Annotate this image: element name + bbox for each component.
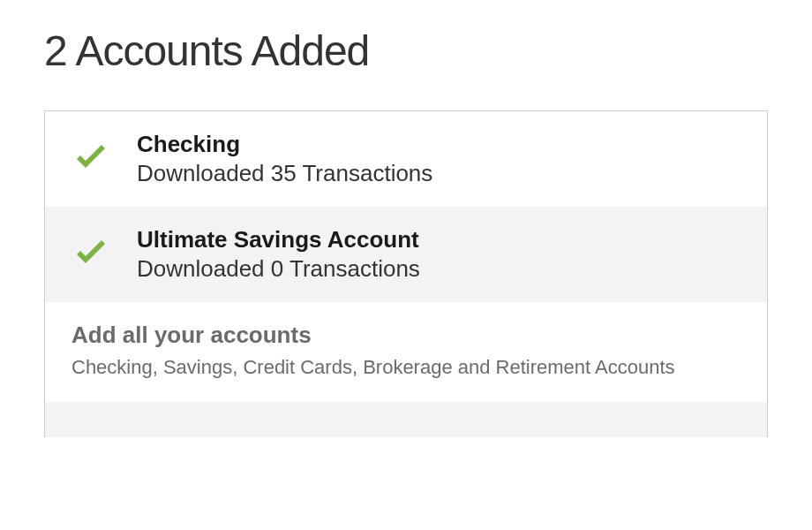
- account-name: Checking: [137, 131, 432, 158]
- account-status: Downloaded 35 Transactions: [137, 160, 432, 187]
- add-all-accounts-section[interactable]: Add all your accounts Checking, Savings,…: [45, 302, 767, 402]
- panel-strip: [45, 402, 767, 437]
- account-status: Downloaded 0 Transactions: [137, 255, 420, 283]
- account-row: Ultimate Savings Account Downloaded 0 Tr…: [45, 207, 767, 302]
- add-all-title: Add all your accounts: [71, 322, 741, 349]
- account-info: Ultimate Savings Account Downloaded 0 Tr…: [137, 226, 420, 283]
- page-title: 2 Accounts Added: [44, 26, 768, 75]
- accounts-panel: Checking Downloaded 35 Transactions Ulti…: [44, 110, 768, 437]
- account-name: Ultimate Savings Account: [137, 226, 420, 254]
- account-info: Checking Downloaded 35 Transactions: [137, 131, 432, 187]
- checkmark-icon: [71, 138, 110, 180]
- checkmark-icon: [71, 233, 110, 276]
- add-all-subtitle: Checking, Savings, Credit Cards, Brokera…: [71, 356, 741, 379]
- account-row: Checking Downloaded 35 Transactions: [45, 111, 767, 207]
